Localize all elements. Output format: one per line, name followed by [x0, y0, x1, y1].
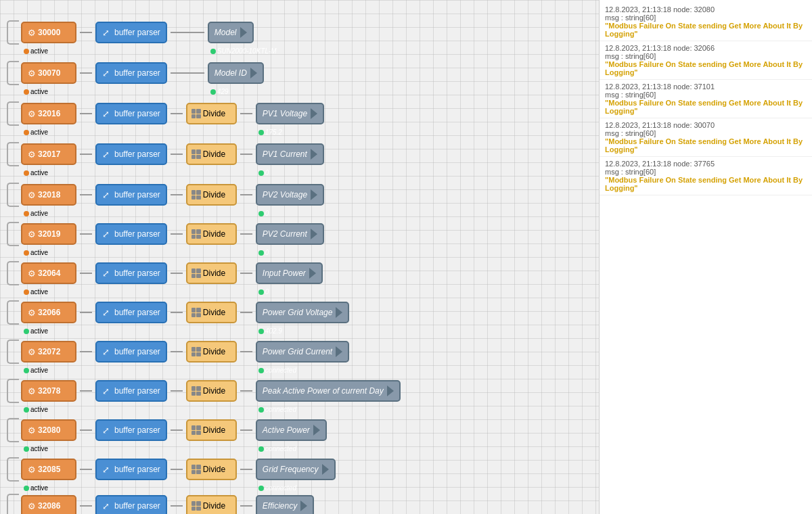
buffer-parser-node-32078[interactable]: ⤢buffer parser — [95, 380, 167, 402]
divide-node-32078[interactable]: Divide — [186, 380, 237, 402]
output-node-32086[interactable]: Efficiencyconnected — [256, 495, 314, 514]
divide-node-32086[interactable]: Divide — [186, 495, 237, 514]
source-node-30000[interactable]: ⚙30000active — [21, 22, 76, 43]
status-text: active — [30, 406, 48, 413]
output-node-32066[interactable]: Power Grid Voltage402.9 — [256, 302, 350, 323]
output-node-32016[interactable]: PV1 Voltage175.2 — [256, 103, 324, 124]
buffer-parser-node-32017[interactable]: ⤢buffer parser — [95, 143, 167, 165]
value-dot — [258, 130, 264, 135]
buffer-parser-node-32016[interactable]: ⤢buffer parser — [95, 103, 167, 124]
buffer-parser-node-32085[interactable]: ⤢buffer parser — [95, 459, 167, 480]
gear-icon: ⚙ — [28, 109, 36, 119]
buffer-parser-node-32019[interactable]: ⤢buffer parser — [95, 223, 167, 245]
source-node-32017[interactable]: ⚙32017active — [21, 143, 76, 165]
output-node-32085[interactable]: Grid Frequencyconnected — [256, 459, 336, 480]
source-node-32066[interactable]: ⚙32066active — [21, 302, 76, 323]
source-node-32016[interactable]: ⚙32016active — [21, 103, 76, 124]
output-node-32072[interactable]: Power Grid Currentconnected — [256, 341, 349, 363]
flow-row-32086: ⚙32086active⤢buffer parserDivideEfficien… — [7, 494, 314, 514]
value-dot — [258, 250, 264, 256]
log-entry-3: 12.8.2023, 21:13:18 node: 30070msg : str… — [600, 118, 812, 157]
divide-node-32080[interactable]: Divide — [186, 419, 237, 441]
buffer-parser-label: buffer parser — [114, 386, 160, 396]
log-msg-type-3: msg : string[60] — [605, 129, 807, 137]
grid-icon — [191, 465, 201, 474]
buffer-parser-label: buffer parser — [114, 109, 160, 118]
source-node-32078[interactable]: ⚙32078active — [21, 380, 76, 402]
output-node-32064[interactable]: Input Power0 — [256, 262, 323, 284]
source-id-label: 32017 — [38, 149, 60, 159]
gear-icon: ⚙ — [28, 425, 36, 436]
status-text: active — [30, 327, 48, 335]
grid-icon — [191, 308, 201, 317]
divide-label: Divide — [203, 190, 225, 200]
log-message-1: "Modbus Failure On State sending Get Mor… — [605, 60, 807, 76]
output-node-32018[interactable]: PV2 Voltage0 — [256, 184, 324, 206]
loop-arc-32064 — [7, 261, 19, 285]
source-node-30070[interactable]: ⚙30070active — [21, 62, 76, 84]
source-id-label: 32080 — [38, 425, 60, 435]
gear-icon: ⚙ — [28, 386, 36, 396]
flow-row-32078: ⚙32078active⤢buffer parserDividePeak Act… — [7, 379, 401, 403]
grid-icon — [191, 268, 201, 278]
buffer-parser-label: buffer parser — [114, 229, 160, 239]
output-arrow-icon — [311, 108, 317, 119]
buffer-parser-node-32064[interactable]: ⤢buffer parser — [95, 262, 167, 284]
source-node-32064[interactable]: ⚙32064active — [21, 262, 76, 284]
divide-label: Divide — [203, 465, 225, 474]
source-node-32085[interactable]: ⚙32085active — [21, 459, 76, 480]
divide-node-32019[interactable]: Divide — [186, 223, 237, 245]
buffer-parser-node-32086[interactable]: ⤢buffer parser — [95, 495, 167, 514]
divide-node-32018[interactable]: Divide — [186, 184, 237, 206]
output-node-30000[interactable]: ModelSUN2000-10KTL-M — [208, 22, 254, 43]
buffer-parser-node-32072[interactable]: ⤢buffer parser — [95, 341, 167, 363]
flow-row-32085: ⚙32085active⤢buffer parserDivideGrid Fre… — [7, 457, 336, 482]
divide-node-32064[interactable]: Divide — [186, 262, 237, 284]
output-arrow-icon — [336, 307, 342, 318]
divide-label: Divide — [203, 109, 225, 118]
output-arrow-icon — [311, 189, 317, 200]
loop-arc-32072 — [7, 340, 19, 364]
divide-label: Divide — [203, 308, 225, 317]
output-arrow-icon — [313, 425, 320, 436]
divide-node-32085[interactable]: Divide — [186, 459, 237, 480]
flow-row-32080: ⚙32080active⤢buffer parserDivideActive P… — [7, 418, 327, 442]
buffer-parser-node-32066[interactable]: ⤢buffer parser — [95, 302, 167, 323]
source-node-32086[interactable]: ⚙32086active — [21, 495, 76, 514]
source-node-32080[interactable]: ⚙32080active — [21, 419, 76, 441]
output-label: Model ID — [215, 68, 247, 78]
grid-icon — [191, 190, 201, 200]
source-id-label: 32078 — [38, 386, 60, 396]
output-node-32080[interactable]: Active Powerconnected — [256, 419, 327, 441]
output-node-32017[interactable]: PV1 Current0 — [256, 143, 324, 165]
source-node-32018[interactable]: ⚙32018active — [21, 184, 76, 206]
output-value-text: connected — [265, 484, 296, 492]
source-node-32019[interactable]: ⚙32019active — [21, 223, 76, 245]
output-value-32064: 0 — [258, 288, 269, 296]
output-node-30070[interactable]: Model ID429 — [208, 62, 264, 84]
status-dot — [24, 49, 29, 54]
divide-node-32072[interactable]: Divide — [186, 341, 237, 363]
output-node-32019[interactable]: PV2 Current0 — [256, 223, 324, 245]
flow-canvas[interactable]: ⚙30000active⤢buffer parserModelSUN2000-1… — [0, 0, 599, 514]
status-dot — [24, 130, 29, 135]
loop-arc-32019 — [7, 222, 19, 246]
divide-label: Divide — [203, 268, 225, 278]
output-value-text: 175.2 — [265, 128, 282, 136]
source-node-32072[interactable]: ⚙32072active — [21, 341, 76, 363]
log-message-2: "Modbus Failure On State sending Get Mor… — [605, 99, 807, 115]
flow-row-32016: ⚙32016active⤢buffer parserDividePV1 Volt… — [7, 101, 324, 126]
buffer-parser-node-32018[interactable]: ⤢buffer parser — [95, 184, 167, 206]
output-label: Power Grid Current — [263, 347, 332, 356]
divide-node-32066[interactable]: Divide — [186, 302, 237, 323]
divide-node-32016[interactable]: Divide — [186, 103, 237, 124]
output-value-text: connected — [265, 406, 296, 413]
source-id-label: 32086 — [38, 501, 60, 511]
divide-node-32017[interactable]: Divide — [186, 143, 237, 165]
gear-icon: ⚙ — [28, 268, 36, 279]
buffer-parser-icon: ⤢ — [102, 109, 110, 119]
buffer-parser-node-30000[interactable]: ⤢buffer parser — [95, 22, 167, 43]
buffer-parser-node-30070[interactable]: ⤢buffer parser — [95, 62, 167, 84]
buffer-parser-node-32080[interactable]: ⤢buffer parser — [95, 419, 167, 441]
output-node-32078[interactable]: Peak Active Power of current Dayconnecte… — [256, 380, 401, 402]
